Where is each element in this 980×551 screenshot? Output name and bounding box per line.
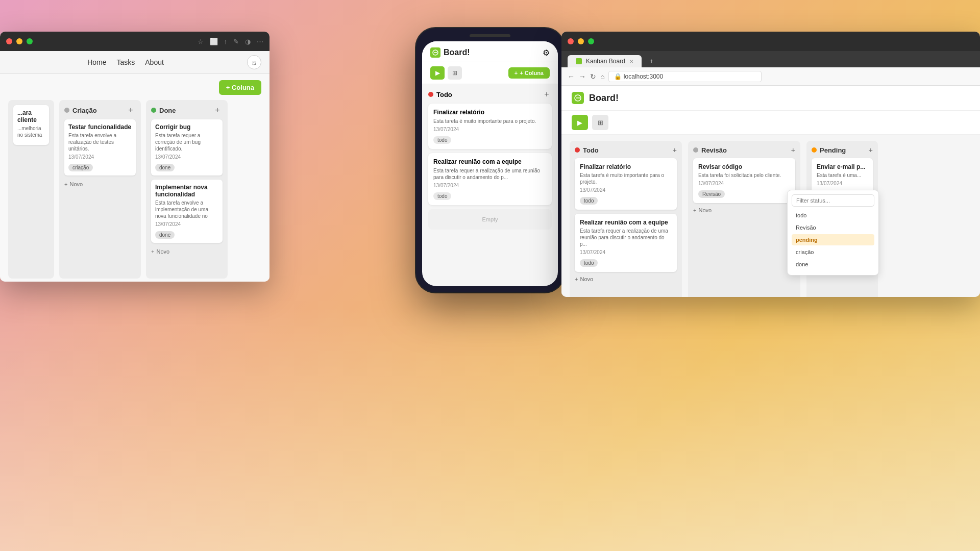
forward-btn[interactable]: → xyxy=(579,72,586,81)
novo-label: Novo xyxy=(698,207,712,213)
right-col-title-pending: Pending xyxy=(820,146,846,154)
right-status-dot-red xyxy=(575,147,580,153)
home-btn[interactable]: ⌂ xyxy=(600,72,604,81)
card-title: Implementar nova funcionalidad xyxy=(155,184,218,198)
address-field[interactable]: 🔒 localhost:3000 xyxy=(608,71,762,82)
nav-tasks[interactable]: Tasks xyxy=(116,58,135,66)
status-filter-input[interactable] xyxy=(792,194,874,207)
right-card-title: Enviar e-mail p... xyxy=(817,163,868,170)
phone-card-1[interactable]: Finalizar relatório Esta tarefa é muito … xyxy=(428,104,552,149)
maximize-btn[interactable] xyxy=(27,38,33,44)
right-app-title: Board! xyxy=(589,93,619,104)
right-card-revisar[interactable]: Revisar código Esta tarefa foi solicitad… xyxy=(693,158,795,203)
card-date: 13/07/2024 xyxy=(68,154,132,160)
right-col-add-todo[interactable]: + xyxy=(673,146,677,154)
tab-close-btn[interactable]: ✕ xyxy=(629,59,633,64)
right-card-date: 13/07/2024 xyxy=(580,249,672,255)
phone-frame: Board! ⚙ ▶ ⊞ + + Coluna xyxy=(416,28,564,292)
novo-btn-done[interactable]: + Novo xyxy=(151,247,223,256)
kanban-card-bug[interactable]: Corrigir bug Esta tarefa requer a correç… xyxy=(151,119,223,176)
right-col-add-revisao[interactable]: + xyxy=(791,146,795,154)
new-tab-btn[interactable]: + xyxy=(642,55,662,67)
address-lock-icon: 🔒 xyxy=(614,73,622,80)
card-desc: Esta tarefa envolve a realização de test… xyxy=(68,132,132,152)
share-icon[interactable]: ↑ xyxy=(224,38,228,45)
right-card-desc: Esta tarefa é uma... xyxy=(817,172,868,179)
right-card-date: 13/07/2024 xyxy=(580,187,672,193)
status-option-revisao[interactable]: Revisão xyxy=(792,222,874,233)
right-app-icon xyxy=(572,92,584,104)
more-icon[interactable]: ⋯ xyxy=(257,38,263,45)
right-card-desc: Esta tarefa requer a realização de uma r… xyxy=(580,228,672,247)
phone-list-view-btn[interactable]: ▶ xyxy=(430,66,445,80)
phone-col-add-btn[interactable]: + xyxy=(542,89,552,99)
toolbar-icons: ☆ ⬜ ↑ ✎ ◑ ⋯ xyxy=(198,38,264,45)
star-icon[interactable]: ☆ xyxy=(198,38,204,45)
right-card-title: Finalizar relatório xyxy=(580,163,672,170)
right-card-reuniao[interactable]: Realizar reunião com a equipe Esta taref… xyxy=(575,214,677,272)
phone-mockup: Board! ⚙ ▶ ⊞ + + Coluna xyxy=(416,28,564,292)
right-novo-btn-revisao[interactable]: + Novo xyxy=(693,207,795,213)
add-coluna-button[interactable]: + Coluna xyxy=(219,80,261,95)
back-btn[interactable]: ← xyxy=(568,72,575,81)
plus-icon: + xyxy=(64,181,67,187)
status-option-done[interactable]: done xyxy=(792,259,874,270)
edit-icon[interactable]: ✎ xyxy=(233,38,239,45)
status-filter-dropdown: todo Revisão pending criação done xyxy=(787,190,879,276)
phone-card-2[interactable]: Realizar reunião com a equipe Esta taref… xyxy=(428,153,552,205)
phone-app-icon xyxy=(430,47,440,58)
nav-about[interactable]: About xyxy=(145,58,164,66)
status-option-todo[interactable]: todo xyxy=(792,210,874,221)
right-max-btn[interactable] xyxy=(588,38,594,44)
right-app-header: Board! xyxy=(561,86,980,111)
status-option-criacao[interactable]: criação xyxy=(792,246,874,258)
right-columns-area: Todo + Finalizar relatório Esta tarefa é… xyxy=(561,135,980,297)
phone-toolbar: ▶ ⊞ + + Coluna xyxy=(422,62,558,84)
status-option-pending[interactable]: pending xyxy=(792,234,874,245)
phone-notch xyxy=(470,34,510,37)
plus-icon: + xyxy=(514,70,518,76)
phone-notch-area xyxy=(422,34,558,37)
card-desc: ...melhoria no sistema xyxy=(17,125,45,138)
novo-btn-criacao[interactable]: + Novo xyxy=(64,180,136,189)
right-card-desc: Esta tarefa é muito importante para o pr… xyxy=(580,172,672,185)
right-card-finalizar[interactable]: Finalizar relatório Esta tarefa é muito … xyxy=(575,158,677,210)
kanban-card-testar[interactable]: Testar funcionalidade Esta tarefa envolv… xyxy=(64,119,136,176)
phone-settings-icon[interactable]: ⚙ xyxy=(543,48,550,58)
right-novo-btn-todo[interactable]: + Novo xyxy=(575,276,677,282)
right-col-header-pending: Pending + xyxy=(812,146,873,154)
right-grid-view-btn[interactable]: ⊞ xyxy=(592,115,608,130)
left-browser-content: + Coluna ...ara cliente ...melhoria no s… xyxy=(0,74,270,282)
phone-card-desc-2: Esta tarefa requer a realização de uma r… xyxy=(433,167,547,181)
nav-home[interactable]: Home xyxy=(87,58,106,66)
phone-card-tag-1: todo xyxy=(433,136,451,144)
kanban-card-implementar[interactable]: Implementar nova funcionalidad Esta tare… xyxy=(151,180,223,243)
phone-grid-view-btn[interactable]: ⊞ xyxy=(448,66,462,80)
card-title: Testar funcionalidade xyxy=(68,123,132,131)
phone-card-title-2: Realizar reunião com a equipe xyxy=(433,158,547,165)
phone-status-dot-red xyxy=(428,92,433,97)
plus-icon: + xyxy=(151,248,154,255)
right-card-tag: todo xyxy=(580,197,598,205)
close-btn[interactable] xyxy=(6,38,12,44)
theme-icon[interactable]: ◑ xyxy=(245,38,251,45)
right-close-btn[interactable] xyxy=(568,38,574,44)
kanban-board-tab[interactable]: Kanban Board ✕ xyxy=(568,55,642,67)
right-min-btn[interactable] xyxy=(578,38,584,44)
theme-toggle-btn[interactable]: ☼ xyxy=(247,55,261,69)
nav-links: Home Tasks About xyxy=(87,58,164,66)
minimize-btn[interactable] xyxy=(16,38,22,44)
reload-btn[interactable]: ↻ xyxy=(590,72,596,81)
tab-icon[interactable]: ⬜ xyxy=(210,38,218,45)
phone-app-bar: Board! ⚙ xyxy=(422,41,558,62)
phone-card-title-1: Finalizar relatório xyxy=(433,109,547,116)
right-col-add-pending[interactable]: + xyxy=(869,146,873,154)
right-card-date: 13/07/2024 xyxy=(817,181,868,186)
phone-col-title-row: Todo xyxy=(428,91,452,98)
col-add-done[interactable]: + xyxy=(212,105,223,115)
phone-card-tag-2: todo xyxy=(433,192,451,200)
col-add-criacao[interactable]: + xyxy=(126,105,136,115)
novo-label: Novo xyxy=(156,248,169,255)
phone-add-column-btn[interactable]: + + Coluna xyxy=(508,67,550,79)
right-list-view-btn[interactable]: ▶ xyxy=(572,115,588,130)
